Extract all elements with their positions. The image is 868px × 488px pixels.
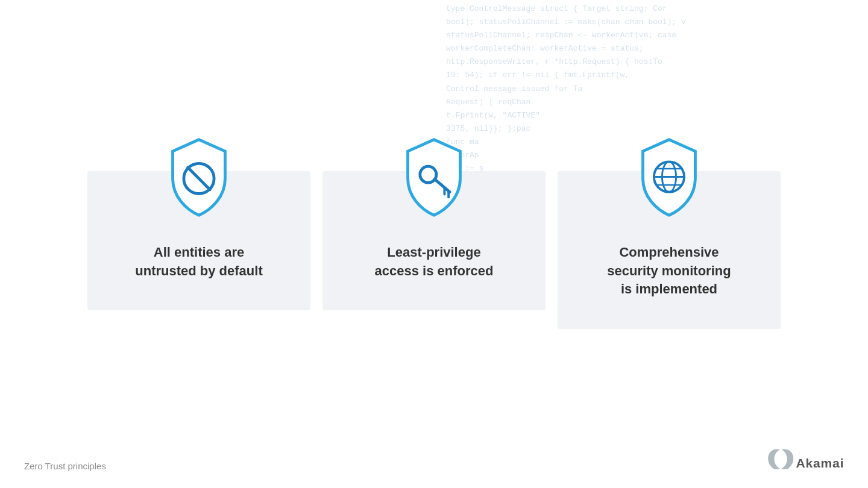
main-content: All entities areuntrusted by default Lea… (0, 0, 868, 488)
svg-text:Akamai: Akamai (796, 456, 844, 470)
akamai-logo: Akamai (766, 447, 844, 477)
untrusted-icon-wrapper (160, 135, 238, 219)
least-privilege-icon-wrapper (395, 135, 473, 219)
card-least-privilege-text: Least-privilegeaccess is enforced (375, 243, 494, 281)
footer-label: Zero Trust principles (24, 461, 106, 471)
card-untrusted: All entities areuntrusted by default (87, 171, 310, 311)
card-monitoring-text: Comprehensivesecurity monitoringis imple… (607, 243, 731, 299)
cards-container: All entities areuntrusted by default Lea… (87, 171, 781, 329)
card-least-privilege: Least-privilegeaccess is enforced (322, 171, 546, 311)
monitoring-icon-wrapper (630, 135, 708, 219)
card-monitoring: Comprehensivesecurity monitoringis imple… (558, 171, 781, 329)
card-untrusted-text: All entities areuntrusted by default (135, 243, 262, 281)
